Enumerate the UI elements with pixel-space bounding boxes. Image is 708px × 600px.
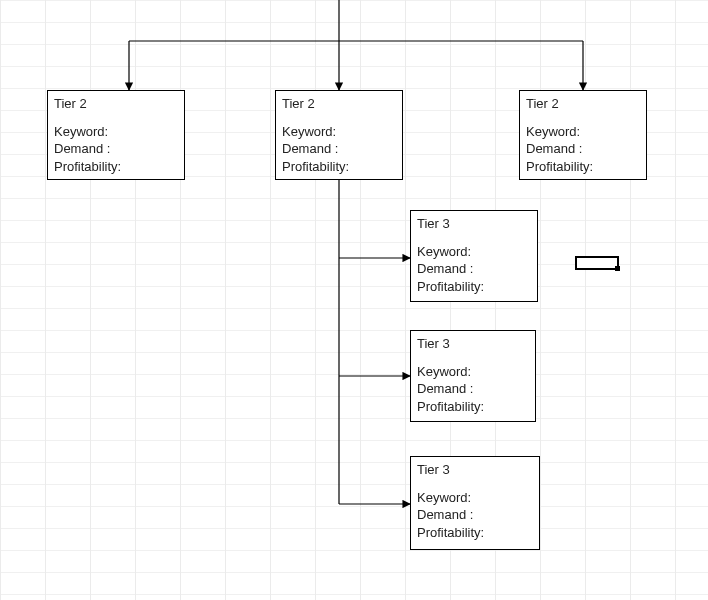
field-keyword: Keyword:: [282, 123, 396, 141]
field-demand: Demand :: [417, 260, 531, 278]
field-demand: Demand :: [417, 506, 533, 524]
field-profitability: Profitability:: [282, 158, 396, 176]
node-tier3-c[interactable]: Tier 3 Keyword: Demand : Profitability:: [410, 456, 540, 550]
node-tier2-right[interactable]: Tier 2 Keyword: Demand : Profitability:: [519, 90, 647, 180]
selected-cell[interactable]: [575, 256, 619, 270]
node-tier3-b[interactable]: Tier 3 Keyword: Demand : Profitability:: [410, 330, 536, 422]
field-profitability: Profitability:: [417, 524, 533, 542]
node-title: Tier 3: [417, 335, 529, 353]
field-keyword: Keyword:: [526, 123, 640, 141]
field-demand: Demand :: [54, 140, 178, 158]
node-tier3-a[interactable]: Tier 3 Keyword: Demand : Profitability:: [410, 210, 538, 302]
field-profitability: Profitability:: [417, 278, 531, 296]
node-title: Tier 2: [526, 95, 640, 113]
node-title: Tier 2: [54, 95, 178, 113]
field-keyword: Keyword:: [417, 243, 531, 261]
field-demand: Demand :: [526, 140, 640, 158]
field-keyword: Keyword:: [417, 363, 529, 381]
field-demand: Demand :: [282, 140, 396, 158]
diagram-stage: Tier 2 Keyword: Demand : Profitability: …: [0, 0, 708, 600]
field-profitability: Profitability:: [526, 158, 640, 176]
field-demand: Demand :: [417, 380, 529, 398]
field-keyword: Keyword:: [54, 123, 178, 141]
node-tier2-center[interactable]: Tier 2 Keyword: Demand : Profitability:: [275, 90, 403, 180]
node-title: Tier 2: [282, 95, 396, 113]
node-tier2-left[interactable]: Tier 2 Keyword: Demand : Profitability:: [47, 90, 185, 180]
field-keyword: Keyword:: [417, 489, 533, 507]
field-profitability: Profitability:: [54, 158, 178, 176]
node-title: Tier 3: [417, 215, 531, 233]
field-profitability: Profitability:: [417, 398, 529, 416]
node-title: Tier 3: [417, 461, 533, 479]
